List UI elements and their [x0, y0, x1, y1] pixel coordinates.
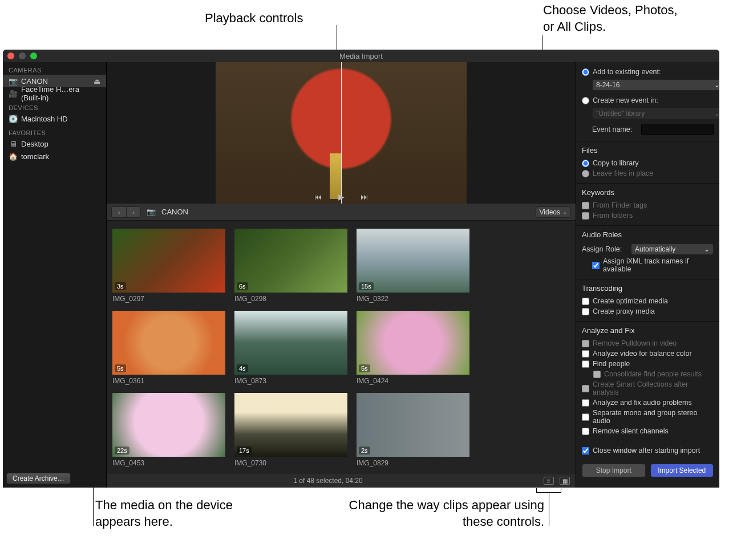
sidebar-item-desktop[interactable]: 🖥 Desktop — [3, 137, 106, 150]
viewer: ⏮ ▶ ⏭ — [107, 62, 576, 204]
clip-duration: 5s — [359, 364, 370, 372]
clip-thumbnail[interactable]: 2s — [357, 393, 469, 457]
copy-to-library-radio[interactable]: Copy to library — [582, 158, 714, 168]
clip-thumbnail[interactable]: 3s — [112, 229, 225, 293]
separate-mono-check[interactable]: Separate mono and group stereo audio — [582, 408, 714, 426]
clip-item[interactable]: 17sIMG_0730 — [234, 393, 347, 467]
nav-back-button[interactable]: ‹ — [111, 206, 126, 218]
section-cameras: CAMERAS — [3, 64, 106, 75]
import-selected-button[interactable]: Import Selected — [650, 464, 714, 477]
create-proxy-check[interactable]: Create proxy media — [582, 306, 714, 316]
filmstrip-view-button[interactable]: ≡ — [544, 477, 554, 485]
minimize-icon[interactable] — [19, 52, 26, 59]
clip-name: IMG_0322 — [357, 293, 469, 303]
clip-item[interactable]: 2sIMG_0829 — [357, 393, 469, 467]
event-select[interactable]: 8-24-16 ⌄ — [592, 79, 719, 91]
home-icon: 🏠 — [9, 152, 18, 161]
desktop-icon: 🖥 — [9, 140, 18, 148]
clip-item[interactable]: 5sIMG_0361 — [112, 311, 225, 385]
clip-thumbnail[interactable]: 5s — [112, 311, 225, 375]
breadcrumb[interactable]: CANON — [161, 208, 188, 216]
checkbox[interactable] — [582, 399, 589, 407]
create-new-event-radio[interactable]: Create new event in: — [582, 95, 714, 105]
clip-thumbnail[interactable]: 4s — [234, 311, 347, 375]
assign-role-select[interactable]: Automatically ⌄ — [631, 244, 714, 255]
clip-item[interactable]: 22sIMG_0453 — [112, 393, 225, 467]
checkbox[interactable] — [582, 308, 589, 315]
next-clip-button[interactable]: ⏭ — [361, 192, 369, 201]
preview-image[interactable] — [216, 62, 467, 204]
sidebar-item-facetime[interactable]: 🎥 FaceTime H…era (Built-in) — [3, 87, 106, 100]
checkbox[interactable] — [582, 360, 589, 368]
create-optimized-check[interactable]: Create optimized media — [582, 296, 714, 306]
select-value: "Untitled" library — [596, 109, 645, 117]
close-after-check[interactable]: Close window after starting import — [582, 445, 714, 456]
clip-filter-select[interactable]: Videos ⌄ — [536, 206, 571, 218]
clip-item[interactable]: 3sIMG_0297 — [112, 229, 225, 303]
eject-icon[interactable]: ⏏ — [94, 77, 100, 86]
radio[interactable] — [582, 97, 589, 104]
window-title: Media Import — [3, 52, 719, 60]
status-text: 1 of 48 selected, 04:20 — [112, 477, 544, 485]
label: Add to existing event: — [593, 68, 661, 76]
transcoding-section: Transcoding — [582, 284, 714, 293]
radio[interactable] — [582, 160, 589, 167]
play-button[interactable]: ▶ — [338, 192, 345, 201]
stop-import-button[interactable]: Stop Import — [582, 464, 646, 477]
clip-thumbnail[interactable]: 17s — [234, 393, 347, 457]
annotation-media: The media on the device appears here. — [95, 497, 238, 530]
sidebar-item-machd[interactable]: 💽 Macintosh HD — [3, 112, 106, 125]
annotation-filter: Choose Videos, Photos, or All Clips. — [543, 2, 691, 35]
close-icon[interactable] — [7, 52, 14, 59]
chevron-down-icon: ⌄ — [714, 109, 719, 117]
playback-controls: ⏮ ▶ ⏭ — [107, 192, 576, 201]
event-name-input[interactable] — [641, 124, 714, 135]
clip-duration: 15s — [359, 282, 374, 290]
clip-item[interactable]: 5sIMG_0424 — [357, 311, 469, 385]
clip-name: IMG_0829 — [357, 457, 469, 467]
leave-in-place-radio: Leave files in place — [582, 168, 714, 178]
checkbox[interactable] — [582, 428, 589, 435]
analyze-audio-check[interactable]: Analyze and fix audio problems — [582, 397, 714, 408]
find-people-check[interactable]: Find people — [582, 359, 714, 369]
sidebar-item-home[interactable]: 🏠 tomclark — [3, 150, 106, 163]
audio-roles-section: Audio Roles — [582, 230, 714, 239]
assign-ixml-check[interactable]: Assign iXML track names if available — [582, 256, 714, 274]
sidebar-label: Macintosh HD — [21, 115, 68, 123]
remove-silent-check[interactable]: Remove silent channels — [582, 426, 714, 436]
annotation-view: Change the way clips appear using these … — [339, 497, 544, 530]
nav-forward-button[interactable]: › — [126, 206, 141, 218]
clip-thumbnail[interactable]: 5s — [357, 311, 469, 375]
clip-item[interactable]: 6sIMG_0298 — [234, 229, 347, 303]
checkbox[interactable] — [582, 350, 589, 358]
radio[interactable] — [582, 68, 589, 76]
clip-item[interactable]: 15sIMG_0322 — [357, 229, 469, 303]
playhead[interactable] — [341, 62, 342, 204]
clip-item[interactable]: 4sIMG_0873 — [234, 311, 347, 385]
clip-thumbnail[interactable]: 6s — [234, 229, 347, 293]
select-value: Videos — [540, 208, 560, 216]
add-existing-event-radio[interactable]: Add to existing event: — [582, 67, 714, 77]
create-archive-button[interactable]: Create Archive… — [6, 473, 71, 484]
label: From folders — [593, 212, 633, 220]
checkbox[interactable] — [592, 262, 600, 269]
select-value: 8-24-16 — [596, 81, 620, 89]
clip-thumbnail[interactable]: 15s — [357, 229, 469, 293]
checkbox[interactable] — [582, 298, 589, 305]
clip-browser[interactable]: 3sIMG_02976sIMG_029815sIMG_03225sIMG_036… — [107, 221, 576, 474]
clip-name: IMG_0298 — [234, 293, 347, 303]
radio — [582, 170, 589, 177]
camera-icon: 📷 — [147, 208, 156, 216]
analyze-color-check[interactable]: Analyze video for balance color — [582, 348, 714, 359]
label: Leave files in place — [593, 169, 653, 177]
maximize-icon[interactable] — [30, 52, 37, 59]
camera-icon: 📷 — [9, 77, 18, 86]
checkbox[interactable] — [582, 447, 589, 455]
label: Create Smart Collections after analysis — [593, 380, 714, 396]
prev-clip-button[interactable]: ⏮ — [314, 192, 322, 201]
clip-thumbnail[interactable]: 22s — [112, 393, 225, 457]
main-column: ⏮ ▶ ⏭ ‹ › 📷 CANON Videos ⌄ 3sIM — [107, 62, 576, 488]
checkbox[interactable] — [582, 413, 589, 421]
clip-duration: 3s — [115, 282, 126, 290]
list-view-button[interactable]: ▦ — [560, 477, 570, 485]
